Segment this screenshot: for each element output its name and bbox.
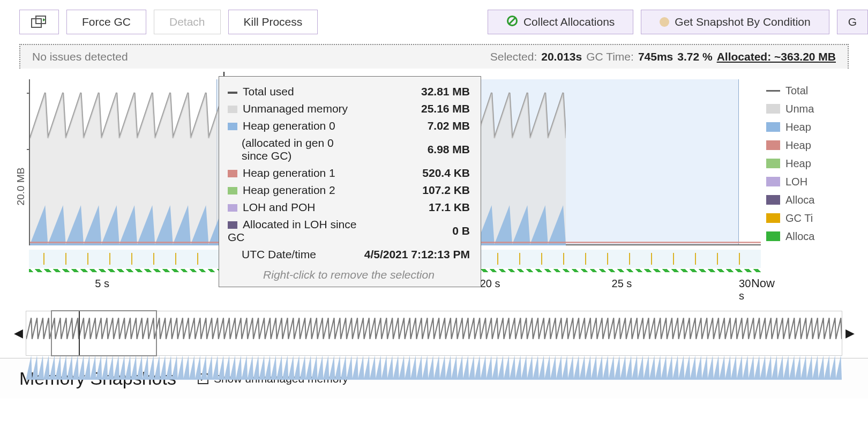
legend-item[interactable]: LOH [766, 173, 868, 191]
legend-item[interactable]: Heap [766, 118, 868, 136]
legend-item[interactable]: Heap [766, 136, 868, 154]
overview-window[interactable] [51, 310, 157, 356]
allocated-link[interactable]: Allocated: ~363.20 MB [717, 50, 836, 63]
x-tick: 5 s [95, 278, 109, 290]
detach-button[interactable]: Detach [154, 10, 221, 34]
status-bar: No issues detected Selected: 20.013s GC … [19, 44, 849, 69]
circle-icon [660, 17, 669, 27]
collect-allocations-label: Collect Allocations [523, 16, 615, 28]
kill-process-button[interactable]: Kill Process [228, 10, 318, 34]
x-tick: 25 s [612, 278, 632, 290]
chart-legend: TotalUnmaHeapHeapHeapLOHAllocaGC TiAlloc… [766, 81, 868, 245]
prohibit-icon [506, 15, 518, 29]
now-label: Now [751, 276, 775, 290]
legend-item[interactable]: Heap [766, 154, 868, 173]
gc-time-value: 745ms [638, 50, 673, 63]
memory-chart[interactable]: 20.0 MB [4, 69, 868, 304]
gc-time-pct: 3.72 % [677, 50, 712, 63]
collect-allocations-button[interactable]: Collect Allocations [488, 10, 633, 34]
legend-item[interactable]: Alloca [766, 227, 868, 245]
legend-item[interactable]: Unma [766, 100, 868, 118]
y-axis-label: 20.0 MB [15, 168, 27, 206]
extra-button[interactable]: G [837, 10, 868, 34]
new-window-button[interactable] [19, 10, 59, 34]
force-gc-button[interactable]: Force GC [66, 10, 146, 34]
issues-status: No issues detected [32, 50, 486, 63]
x-tick: 20 s [480, 278, 500, 290]
legend-item[interactable]: Alloca [766, 191, 868, 209]
svg-line-4 [509, 18, 515, 24]
snapshot-by-condition-button[interactable]: Get Snapshot By Condition [641, 10, 829, 34]
overview-prev-button[interactable]: ◀ [11, 326, 26, 340]
x-tick: 30 s [739, 278, 753, 302]
selected-label: Selected: [490, 50, 537, 63]
chart-tooltip: Total used32.81 MBUnmanaged memory25.16 … [219, 76, 481, 287]
snapshot-condition-label: Get Snapshot By Condition [675, 16, 810, 28]
selected-value: 20.013s [541, 50, 582, 63]
new-window-icon [31, 16, 47, 28]
gc-time-label: GC Time: [586, 50, 634, 63]
legend-item[interactable]: Total [766, 81, 868, 100]
legend-item[interactable]: GC Ti [766, 209, 868, 227]
tooltip-hint: Right-click to remove the selection [227, 268, 471, 281]
overview-strip: ◀ ▶ [11, 309, 857, 358]
overview-track[interactable] [26, 311, 842, 356]
overview-next-button[interactable]: ▶ [842, 326, 857, 340]
toolbar: Force GC Detach Kill Process Collect All… [0, 0, 868, 44]
